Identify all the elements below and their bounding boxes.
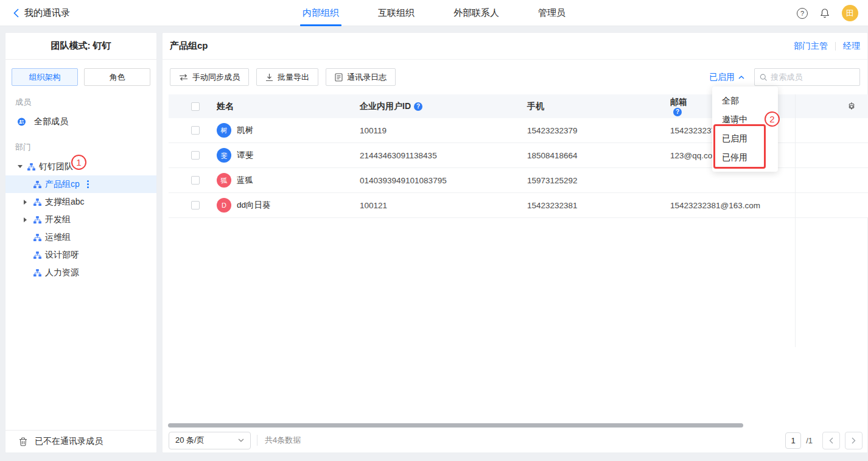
member-name: 凯树 bbox=[237, 125, 253, 136]
user-avatar[interactable]: 田 bbox=[842, 5, 858, 21]
prev-page-button[interactable] bbox=[822, 432, 840, 449]
page-number-input[interactable] bbox=[785, 432, 801, 449]
userid-help-icon[interactable]: ? bbox=[414, 102, 422, 111]
dropdown-option-inviting[interactable]: 邀请中 bbox=[712, 110, 778, 129]
download-icon bbox=[265, 73, 273, 82]
tree-item-dev-group[interactable]: 开发组 bbox=[5, 211, 156, 228]
tab-connected-org[interactable]: 互联组织 bbox=[378, 0, 415, 26]
status-dropdown-menu: 全部 邀请中 已启用 已停用 bbox=[712, 86, 778, 172]
tree-item-design-group[interactable]: 设计部呀 bbox=[5, 246, 156, 264]
horizontal-scrollbar[interactable] bbox=[168, 423, 743, 428]
member-userid: 100119 bbox=[360, 126, 527, 135]
member-email: 15423232381@163.com bbox=[670, 201, 795, 210]
avatar: 斐 bbox=[217, 148, 231, 163]
chevron-up-icon bbox=[738, 76, 744, 79]
toolbar-right: 已启用 bbox=[709, 68, 860, 86]
tree-item-support-group[interactable]: 支撑组abc bbox=[5, 193, 156, 211]
tree-item-label: 支撑组abc bbox=[45, 197, 85, 208]
page-size-select[interactable]: 20 条/页 bbox=[169, 432, 251, 449]
member-name: dd向日葵 bbox=[237, 200, 271, 211]
avatar: 树 bbox=[217, 123, 231, 138]
row-checkbox[interactable] bbox=[191, 126, 200, 135]
back-chevron-icon bbox=[13, 9, 19, 18]
member-userid: 100121 bbox=[360, 201, 527, 210]
department-icon bbox=[33, 252, 41, 259]
header-links: 部门主管 经理 bbox=[794, 41, 860, 52]
table-row[interactable]: 狐蓝狐 0140393949101083795 15973125292 bbox=[169, 168, 868, 193]
row-checkbox[interactable] bbox=[191, 151, 200, 160]
fixed-column-divider bbox=[795, 94, 796, 347]
member-name: 谭斐 bbox=[237, 150, 253, 161]
help-icon[interactable]: ? bbox=[797, 8, 808, 19]
department-icon bbox=[33, 234, 41, 241]
org-structure-tab[interactable]: 组织架构 bbox=[12, 68, 78, 86]
avatar: 狐 bbox=[217, 173, 231, 188]
member-phone: 15973125292 bbox=[527, 176, 670, 185]
select-all-checkbox[interactable] bbox=[191, 102, 200, 111]
main-header: 产品组cp 部门主管 经理 bbox=[163, 33, 867, 60]
dropdown-option-all[interactable]: 全部 bbox=[712, 91, 778, 110]
member-phone: 18508418664 bbox=[527, 151, 670, 160]
caret-expanded-icon[interactable] bbox=[18, 165, 27, 168]
batch-export-button[interactable]: 批量导出 bbox=[256, 68, 318, 86]
next-page-button[interactable] bbox=[845, 432, 863, 449]
department-icon bbox=[33, 269, 41, 276]
search-box bbox=[754, 68, 860, 86]
manager-link[interactable]: 经理 bbox=[843, 41, 860, 52]
col-header-ops bbox=[795, 102, 868, 111]
department-tree: 钉钉团队 产品组cp 支撑组abc 开发组 运维组 设计部呀 bbox=[5, 158, 156, 281]
tree-item-label: 设计部呀 bbox=[45, 250, 79, 261]
role-tab[interactable]: 角色 bbox=[84, 68, 150, 86]
manual-sync-button[interactable]: 手动同步成员 bbox=[170, 68, 249, 86]
chevron-left-icon bbox=[829, 437, 833, 444]
page-total-label: /1 bbox=[806, 436, 813, 445]
tree-item-dingding-team[interactable]: 钉钉团队 bbox=[5, 158, 156, 175]
email-help-icon[interactable]: ? bbox=[673, 108, 682, 116]
contact-log-button[interactable]: 通讯录日志 bbox=[326, 68, 396, 86]
all-members-icon bbox=[18, 116, 26, 127]
row-checkbox[interactable] bbox=[191, 201, 200, 209]
department-icon bbox=[27, 163, 35, 171]
back-button[interactable]: 我的通讯录 bbox=[13, 0, 70, 26]
sync-icon bbox=[179, 74, 188, 81]
back-label: 我的通讯录 bbox=[24, 7, 70, 19]
chevron-down-icon bbox=[238, 438, 244, 442]
more-actions-icon[interactable] bbox=[87, 180, 89, 188]
tree-item-hr-group[interactable]: 人力资源 bbox=[5, 264, 156, 281]
tab-internal-org[interactable]: 内部组织 bbox=[303, 0, 339, 26]
chevron-right-icon bbox=[852, 437, 856, 444]
search-input[interactable] bbox=[771, 72, 855, 82]
tree-item-product-group[interactable]: 产品组cp bbox=[5, 175, 156, 193]
caret-collapsed-icon[interactable] bbox=[24, 200, 33, 205]
dropdown-option-enabled[interactable]: 已启用 bbox=[712, 129, 778, 148]
col-header-phone: 手机 bbox=[527, 101, 670, 112]
tree-item-ops-group[interactable]: 运维组 bbox=[5, 228, 156, 246]
department-icon bbox=[33, 199, 41, 206]
page-title: 产品组cp bbox=[170, 40, 208, 52]
column-settings-icon[interactable] bbox=[847, 102, 856, 111]
row-checkbox[interactable] bbox=[191, 176, 200, 185]
contact-log-label: 通讯录日志 bbox=[347, 72, 387, 83]
toolbar: 手动同步成员 批量导出 通讯录日志 已启用 bbox=[170, 68, 860, 86]
manual-sync-label: 手动同步成员 bbox=[192, 72, 240, 83]
tree-item-label: 钉钉团队 bbox=[39, 161, 73, 172]
tab-admin[interactable]: 管理员 bbox=[538, 0, 565, 26]
removed-members-item[interactable]: 已不在通讯录成员 bbox=[5, 430, 156, 452]
member-phone: 15423232379 bbox=[527, 126, 670, 135]
table-row[interactable]: Ddd向日葵 100121 15423232381 15423232381@16… bbox=[169, 193, 868, 218]
dropdown-option-disabled[interactable]: 已停用 bbox=[712, 148, 778, 167]
bell-icon[interactable] bbox=[820, 8, 830, 18]
col-header-name: 姓名 bbox=[217, 101, 360, 112]
department-icon bbox=[33, 216, 41, 223]
avatar: D bbox=[217, 198, 231, 213]
all-members-item[interactable]: 全部成员 bbox=[5, 113, 156, 131]
member-userid: 0140393949101083795 bbox=[360, 176, 527, 185]
dept-manager-link[interactable]: 部门主管 bbox=[794, 41, 828, 52]
tree-item-label: 运维组 bbox=[45, 232, 71, 243]
batch-export-label: 批量导出 bbox=[278, 72, 309, 83]
sidebar: 团队模式: 钉钉 组织架构 角色 成员 全部成员 部门 钉钉团队 产品组cp 支… bbox=[5, 32, 157, 453]
tab-external-contacts[interactable]: 外部联系人 bbox=[453, 0, 499, 26]
status-filter-dropdown[interactable]: 已启用 bbox=[709, 72, 744, 83]
search-icon bbox=[760, 73, 767, 82]
caret-collapsed-icon[interactable] bbox=[24, 217, 33, 222]
